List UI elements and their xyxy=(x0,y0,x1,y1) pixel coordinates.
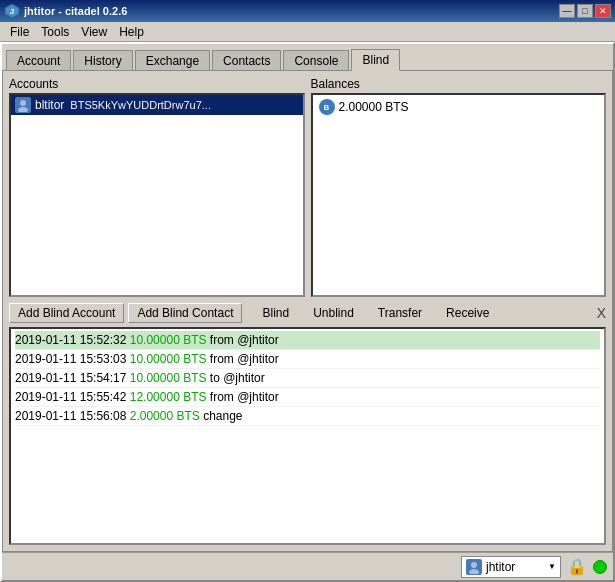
tx-amount: 10.00000 BTS xyxy=(130,352,207,366)
title-bar-left: J jhtitor - citadel 0.2.6 xyxy=(4,3,127,19)
accounts-section: Accounts bltitor BTS5KkYwYUDDrtDrw7u7... xyxy=(9,77,305,297)
account-row[interactable]: bltitor BTS5KkYwYUDDrtDrw7u7... xyxy=(11,95,303,115)
lock-icon[interactable]: 🔒 xyxy=(567,557,587,576)
close-action-icon[interactable]: X xyxy=(597,305,606,321)
balances-panel: B 2.00000 BTS xyxy=(311,93,607,297)
maximize-button[interactable]: □ xyxy=(577,4,593,18)
bts-icon: B xyxy=(319,99,335,115)
avatar xyxy=(15,97,31,113)
action-tab-receive[interactable]: Receive xyxy=(442,304,493,322)
tab-account[interactable]: Account xyxy=(6,50,71,72)
user-avatar-icon xyxy=(466,559,482,575)
tx-amount: 10.00000 BTS xyxy=(130,371,207,385)
menu-bar: File Tools View Help xyxy=(0,22,615,42)
app-title: jhtitor - citadel 0.2.6 xyxy=(24,5,127,17)
svg-point-2 xyxy=(20,100,26,106)
balances-label: Balances xyxy=(311,77,607,91)
action-tab-unblind[interactable]: Unblind xyxy=(309,304,358,322)
tx-direction: from @jhtitor xyxy=(207,333,279,347)
tx-row: 2019-01-11 15:52:32 10.00000 BTS from @j… xyxy=(15,331,600,350)
menu-file[interactable]: File xyxy=(4,23,35,41)
menu-help[interactable]: Help xyxy=(113,23,150,41)
accounts-label: Accounts xyxy=(9,77,305,91)
menu-view[interactable]: View xyxy=(75,23,113,41)
action-tabs: Blind Unblind Transfer Receive X xyxy=(258,304,606,322)
menu-tools[interactable]: Tools xyxy=(35,23,75,41)
tab-console[interactable]: Console xyxy=(283,50,349,72)
tx-row: 2019-01-11 15:56:08 2.00000 BTS change xyxy=(15,407,600,426)
balance-row: B 2.00000 BTS xyxy=(313,95,605,119)
tab-history[interactable]: History xyxy=(73,50,132,72)
tab-contacts[interactable]: Contacts xyxy=(212,50,281,72)
tx-datetime: 2019-01-11 15:52:32 xyxy=(15,333,130,347)
tab-bar: Account History Exchange Contacts Consol… xyxy=(2,44,613,70)
svg-point-3 xyxy=(18,107,28,112)
tx-datetime: 2019-01-11 15:54:17 xyxy=(15,371,130,385)
add-blind-contact-button[interactable]: Add Blind Contact xyxy=(128,303,242,323)
balance-amount: 2.00000 BTS xyxy=(339,100,409,114)
action-tab-transfer[interactable]: Transfer xyxy=(374,304,426,322)
tx-datetime: 2019-01-11 15:55:42 xyxy=(15,390,130,404)
current-user-label: jhtitor xyxy=(486,560,515,574)
main-window: Account History Exchange Contacts Consol… xyxy=(0,42,615,582)
tx-row: 2019-01-11 15:55:42 12.00000 BTS from @j… xyxy=(15,388,600,407)
tx-direction: to @jhtitor xyxy=(207,371,265,385)
account-name: bltitor xyxy=(35,98,64,112)
tx-amount: 2.00000 BTS xyxy=(130,409,200,423)
minimize-button[interactable]: — xyxy=(559,4,575,18)
account-address: BTS5KkYwYUDDrtDrw7u7... xyxy=(70,99,211,111)
connection-status-dot xyxy=(593,560,607,574)
panels-row: Accounts bltitor BTS5KkYwYUDDrtDrw7u7... xyxy=(9,77,606,297)
tx-direction: change xyxy=(200,409,243,423)
tx-direction: from @jhtitor xyxy=(207,390,279,404)
title-bar: J jhtitor - citadel 0.2.6 — □ ✕ xyxy=(0,0,615,22)
action-tab-blind[interactable]: Blind xyxy=(258,304,293,322)
tx-direction: from @jhtitor xyxy=(207,352,279,366)
title-bar-controls: — □ ✕ xyxy=(559,4,611,18)
tx-row: 2019-01-11 15:53:03 10.00000 BTS from @j… xyxy=(15,350,600,369)
user-dropdown[interactable]: jhtitor ▼ xyxy=(461,556,561,578)
status-bar: jhtitor ▼ 🔒 xyxy=(2,552,613,580)
tx-amount: 12.00000 BTS xyxy=(130,390,207,404)
svg-point-5 xyxy=(469,569,479,574)
transaction-log[interactable]: 2019-01-11 15:52:32 10.00000 BTS from @j… xyxy=(9,327,606,545)
add-blind-account-button[interactable]: Add Blind Account xyxy=(9,303,124,323)
tab-content-blind: Accounts bltitor BTS5KkYwYUDDrtDrw7u7... xyxy=(2,70,613,552)
tx-datetime: 2019-01-11 15:56:08 xyxy=(15,409,130,423)
app-icon: J xyxy=(4,3,20,19)
tab-blind[interactable]: Blind xyxy=(351,49,400,71)
balances-section: Balances B 2.00000 BTS xyxy=(311,77,607,297)
svg-text:J: J xyxy=(10,7,14,16)
tx-datetime: 2019-01-11 15:53:03 xyxy=(15,352,130,366)
accounts-panel: bltitor BTS5KkYwYUDDrtDrw7u7... xyxy=(9,93,305,297)
svg-point-4 xyxy=(471,562,477,568)
tx-row: 2019-01-11 15:54:17 10.00000 BTS to @jht… xyxy=(15,369,600,388)
tx-amount: 10.00000 BTS xyxy=(130,333,207,347)
dropdown-arrow-icon: ▼ xyxy=(548,562,556,571)
close-button[interactable]: ✕ xyxy=(595,4,611,18)
buttons-row: Add Blind Account Add Blind Contact Blin… xyxy=(9,303,606,323)
tab-exchange[interactable]: Exchange xyxy=(135,50,210,72)
